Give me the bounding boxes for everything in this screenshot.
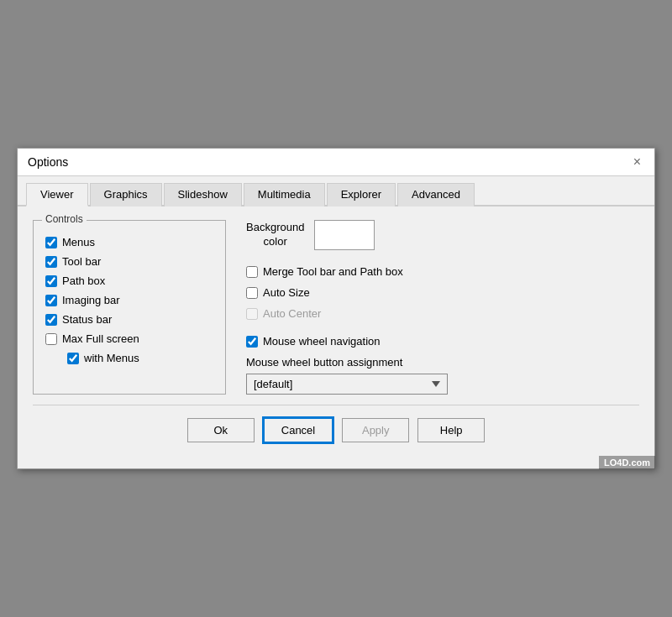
- title-bar: Options ×: [18, 149, 654, 176]
- tab-graphics[interactable]: Graphics: [90, 183, 162, 207]
- statusbar-label: Status bar: [62, 313, 112, 326]
- withmenus-checkbox[interactable]: [67, 353, 79, 364]
- mouse-section: Mouse wheel navigation Mouse wheel butto…: [246, 335, 639, 395]
- maxfullscreen-row: Max Full screen: [45, 332, 213, 345]
- window-title: Options: [28, 155, 68, 169]
- mousewheel-dropdown-row: [default] Next image Previous image Zoom…: [246, 374, 639, 395]
- statusbar-row: Status bar: [45, 313, 213, 326]
- toolbar-label: Tool bar: [62, 255, 101, 268]
- toolbar-row: Tool bar: [45, 255, 213, 268]
- mousewheel-assignment-label: Mouse wheel button assignment: [246, 356, 639, 369]
- maxfullscreen-label: Max Full screen: [62, 332, 139, 345]
- apply-button[interactable]: Apply: [342, 418, 409, 442]
- mousewheel-dropdown[interactable]: [default] Next image Previous image Zoom…: [246, 374, 448, 395]
- bg-color-label: Backgroundcolor: [246, 221, 304, 249]
- autosize-label: Auto Size: [263, 286, 310, 299]
- bg-color-row: Backgroundcolor: [246, 220, 639, 250]
- pathbox-checkbox[interactable]: [45, 275, 57, 287]
- withmenus-row: with Menus: [67, 352, 213, 364]
- help-button[interactable]: Help: [417, 418, 485, 442]
- tab-viewer[interactable]: Viewer: [26, 183, 88, 207]
- toolbar-checkbox[interactable]: [45, 256, 57, 268]
- imagingbar-label: Imaging bar: [62, 294, 120, 306]
- button-row: Ok Cancel Apply Help: [33, 405, 639, 455]
- menus-label: Menus: [62, 236, 95, 248]
- close-button[interactable]: ×: [630, 155, 644, 169]
- right-panel: Backgroundcolor Merge Tool bar and Path …: [246, 220, 639, 395]
- autosize-checkbox[interactable]: [246, 287, 258, 299]
- statusbar-checkbox[interactable]: [45, 314, 57, 326]
- merge-toolbar-row: Merge Tool bar and Path box: [246, 265, 639, 278]
- tab-multimedia[interactable]: Multimedia: [244, 183, 325, 207]
- mousewheel-nav-checkbox[interactable]: [246, 336, 258, 348]
- mousewheel-nav-label: Mouse wheel navigation: [263, 335, 380, 348]
- tab-bar: Viewer Graphics Slideshow Multimedia Exp…: [18, 176, 654, 207]
- tab-slideshow[interactable]: Slideshow: [164, 183, 242, 207]
- ok-button[interactable]: Ok: [187, 418, 255, 442]
- imagingbar-checkbox[interactable]: [45, 295, 57, 306]
- tab-explorer[interactable]: Explorer: [327, 183, 396, 207]
- menus-checkbox[interactable]: [45, 237, 57, 248]
- pathbox-row: Path box: [45, 275, 213, 287]
- maxfullscreen-checkbox[interactable]: [45, 333, 57, 345]
- autocenter-row: Auto Center: [246, 307, 639, 320]
- options-dialog: Options × Viewer Graphics Slideshow Mult…: [17, 148, 655, 469]
- main-row: Controls Menus Tool bar Path box: [33, 220, 639, 395]
- tab-advanced[interactable]: Advanced: [397, 183, 475, 207]
- controls-group: Controls Menus Tool bar Path box: [33, 220, 226, 395]
- controls-group-label: Controls: [42, 213, 87, 225]
- mousewheel-nav-row: Mouse wheel navigation: [246, 335, 639, 348]
- autocenter-checkbox: [246, 308, 258, 320]
- right-checkboxes: Merge Tool bar and Path box Auto Size Au…: [246, 265, 639, 320]
- cancel-button[interactable]: Cancel: [263, 417, 333, 443]
- menus-row: Menus: [45, 236, 213, 248]
- merge-toolbar-label: Merge Tool bar and Path box: [263, 265, 403, 278]
- merge-toolbar-checkbox[interactable]: [246, 266, 258, 278]
- imagingbar-row: Imaging bar: [45, 294, 213, 306]
- content-area: Controls Menus Tool bar Path box: [18, 207, 654, 468]
- autocenter-label: Auto Center: [263, 307, 321, 320]
- withmenus-label: with Menus: [84, 352, 139, 364]
- autosize-row: Auto Size: [246, 286, 639, 299]
- pathbox-label: Path box: [62, 275, 105, 287]
- bg-color-swatch[interactable]: [314, 220, 375, 250]
